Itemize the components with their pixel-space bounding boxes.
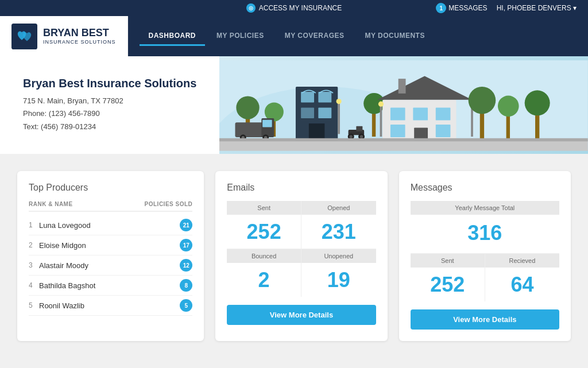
- card-messages: Messages Yearly Message Total 316 Sent 2…: [399, 171, 571, 341]
- producers-list: 1 Luna Lovegood 21 2 Eloise Midgon 17 3 …: [29, 215, 192, 316]
- table-row: 2 Eloise Midgon 17: [29, 235, 192, 255]
- messages-title: Messages: [411, 183, 559, 193]
- emails-sent-value: 252: [227, 215, 301, 249]
- producer-badge: 21: [180, 219, 192, 231]
- producers-title: Top Producers: [29, 183, 192, 193]
- table-row: 5 Roonil Wazlib 5: [29, 296, 192, 316]
- emails-bounced-value: 2: [227, 263, 301, 297]
- messages-stat-row: Sent 252 Recieved 64: [411, 253, 559, 301]
- emails-unopened-value: 19: [301, 263, 376, 297]
- emails-title: Emails: [227, 183, 376, 193]
- svg-rect-45: [506, 113, 510, 140]
- producer-rank: 1: [29, 221, 39, 229]
- emails-sent-header: Sent: [227, 201, 301, 215]
- user-greeting[interactable]: HI, PHOEBE DENVERS ▾: [497, 4, 577, 12]
- logo-text: BRYAN BEST INSURANCE SOLUTIONS: [43, 28, 116, 45]
- svg-point-48: [525, 90, 550, 115]
- logo-icon: [11, 24, 37, 49]
- top-bar: ◎ ACCESS MY INSURANCE 1 MESSAGES HI, PHO…: [0, 0, 588, 16]
- svg-rect-18: [319, 108, 332, 118]
- messages-received-cell: Recieved 64: [485, 254, 559, 301]
- producer-name: Roonil Wazlib: [39, 301, 180, 310]
- card-emails: Emails Sent Opened 252 231 Bounced Unope…: [215, 171, 387, 341]
- city-svg: [219, 56, 588, 154]
- access-icon: ◎: [246, 3, 256, 13]
- messages-area[interactable]: 1 MESSAGES: [436, 3, 487, 13]
- main-nav: DASHBOARD MY POLICIES MY COVERAGES MY DO…: [128, 16, 588, 56]
- svg-rect-17: [301, 108, 314, 118]
- emails-bounced-header: Bounced: [227, 249, 301, 263]
- producer-badge: 5: [180, 299, 192, 312]
- producers-col-name: RANK & NAME: [29, 201, 73, 207]
- producer-name: Alastair Moody: [39, 261, 180, 270]
- producer-badge: 17: [180, 239, 192, 251]
- producer-badge: 8: [180, 279, 192, 292]
- access-label: ACCESS MY INSURANCE: [259, 4, 342, 12]
- header: BRYAN BEST INSURANCE SOLUTIONS DASHBOARD…: [0, 16, 588, 56]
- messages-sent-cell: Sent 252: [411, 254, 485, 301]
- nav-my-policies[interactable]: MY POLICIES: [207, 27, 273, 46]
- svg-rect-20: [338, 102, 341, 134]
- emails-stat-grid: Sent Opened 252 231 Bounced Unopened 2 1…: [227, 201, 376, 297]
- hero-banner: Bryan Best Insurance Solutions 715 N. Ma…: [0, 56, 588, 154]
- top-bar-center: ◎ ACCESS MY INSURANCE: [246, 3, 342, 13]
- hero-text: Bryan Best Insurance Solutions 715 N. Ma…: [0, 56, 219, 154]
- producer-name: Eloise Midgon: [39, 241, 180, 250]
- svg-rect-38: [399, 79, 406, 94]
- logo-title: BRYAN BEST: [43, 28, 116, 39]
- emails-opened-header: Opened: [301, 201, 376, 215]
- hero-text-line: Text: (456) 789-01234: [23, 121, 196, 133]
- emails-unopened-header: Unopened: [301, 249, 376, 263]
- svg-rect-39: [380, 105, 382, 137]
- producer-rank: 3: [29, 261, 39, 269]
- messages-yearly-value: 316: [411, 216, 559, 250]
- messages-sent-value: 252: [411, 268, 485, 301]
- logo-area: BRYAN BEST INSURANCE SOLUTIONS: [0, 16, 128, 56]
- svg-point-40: [378, 102, 384, 107]
- svg-rect-35: [390, 125, 405, 137]
- nav-my-coverages[interactable]: MY COVERAGES: [276, 27, 354, 46]
- svg-rect-33: [413, 108, 428, 121]
- producer-name: Bathilda Bagshot: [39, 281, 180, 290]
- hero-company: Bryan Best Insurance Solutions: [23, 77, 196, 90]
- svg-rect-49: [219, 140, 588, 150]
- svg-point-4: [237, 96, 260, 119]
- hero-address: 715 N. Main, Bryan, TX 77802: [23, 95, 196, 107]
- svg-rect-34: [436, 108, 451, 121]
- messages-sent-header: Sent: [411, 254, 485, 268]
- logo-subtitle: INSURANCE SOLUTIONS: [43, 39, 116, 45]
- svg-point-24: [350, 135, 353, 138]
- svg-point-26: [360, 135, 363, 138]
- svg-point-21: [336, 99, 342, 104]
- svg-rect-50: [219, 138, 588, 142]
- svg-rect-27: [357, 126, 363, 131]
- table-row: 3 Alastair Moody 12: [29, 255, 192, 276]
- top-bar-right: 1 MESSAGES HI, PHOEBE DENVERS ▾: [436, 3, 577, 13]
- messages-view-more-button[interactable]: View More Details: [411, 309, 559, 330]
- producer-rank: 5: [29, 301, 39, 309]
- table-row: 1 Luna Lovegood 21: [29, 215, 192, 235]
- producer-rank: 4: [29, 281, 39, 289]
- messages-received-header: Recieved: [485, 254, 559, 268]
- svg-rect-9: [262, 120, 272, 127]
- messages-label: MESSAGES: [448, 4, 487, 12]
- svg-rect-28: [372, 110, 376, 137]
- messages-count: 1: [436, 3, 446, 13]
- svg-point-46: [498, 95, 519, 117]
- svg-point-44: [469, 87, 496, 114]
- producers-col-count: POLICIES SOLD: [145, 201, 193, 207]
- messages-yearly-header: Yearly Message Total: [411, 201, 559, 215]
- producer-name: Luna Lovegood: [39, 221, 180, 230]
- producer-badge: 12: [180, 259, 192, 272]
- producer-rank: 2: [29, 241, 39, 249]
- hero-phone: Phone: (123) 456-7890: [23, 107, 196, 120]
- table-row: 4 Bathilda Bagshot 8: [29, 276, 192, 296]
- emails-opened-value: 231: [301, 215, 376, 249]
- svg-rect-36: [436, 125, 451, 137]
- nav-my-documents[interactable]: MY DOCUMENTS: [355, 27, 434, 46]
- emails-view-more-button[interactable]: View More Details: [227, 305, 376, 325]
- svg-rect-32: [390, 108, 405, 121]
- card-producers: Top Producers RANK & NAME POLICIES SOLD …: [17, 171, 204, 341]
- messages-received-value: 64: [485, 268, 559, 301]
- nav-dashboard[interactable]: DASHBOARD: [140, 27, 206, 46]
